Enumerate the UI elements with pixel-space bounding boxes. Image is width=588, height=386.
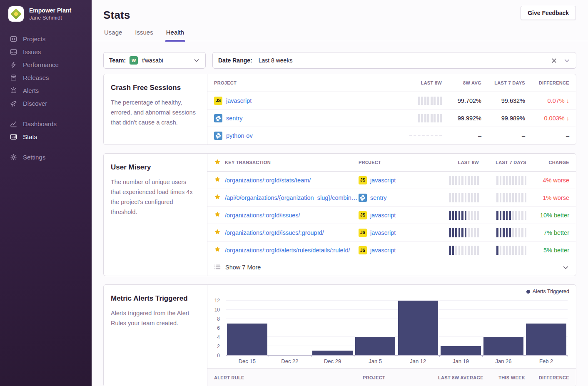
sidebar-item-label: Discover bbox=[23, 100, 47, 107]
column-header: PROJECT bbox=[363, 375, 425, 380]
team-select[interactable]: Team: W #wasabi bbox=[103, 52, 206, 69]
sidebar-nav-group: ProjectsIssuesPerformanceReleasesAlertsD… bbox=[0, 32, 92, 110]
transaction-cell: /organizations/:orgId/stats/team/ bbox=[207, 176, 359, 184]
sidebar-item-projects[interactable]: Projects bbox=[0, 32, 92, 45]
sparkline bbox=[418, 97, 442, 105]
sidebar-item-performance[interactable]: Performance bbox=[0, 58, 92, 71]
spark-cell bbox=[479, 193, 526, 202]
column-header: LAST 7 DAYS bbox=[479, 160, 526, 165]
transaction-cell: /organizations/:orgId/issues/:groupId/ bbox=[207, 229, 359, 237]
tab-issues[interactable]: Issues bbox=[134, 29, 154, 41]
difference-value: – bbox=[525, 132, 576, 139]
show-more-button[interactable]: Show 7 More bbox=[207, 259, 576, 276]
sidebar-item-issues[interactable]: Issues bbox=[0, 45, 92, 58]
project-link[interactable]: sentry bbox=[226, 115, 243, 122]
alerts-icon bbox=[10, 87, 17, 95]
spark-cell bbox=[479, 228, 526, 237]
date-range-select[interactable]: Date Range: Last 8 weeks bbox=[212, 52, 576, 69]
x-axis-tick bbox=[269, 356, 269, 357]
panel-title: User Misery bbox=[111, 163, 196, 172]
transaction-link[interactable]: /organizations/:orgId/issues/ bbox=[225, 212, 300, 219]
last7-value: 99.632% bbox=[481, 97, 525, 104]
transaction-cell: /organizations/:orgId/issues/ bbox=[207, 211, 359, 219]
tab-usage[interactable]: Usage bbox=[103, 29, 123, 41]
column-header-label: KEY TRANSACTION bbox=[225, 160, 271, 165]
clear-date-icon[interactable] bbox=[551, 57, 557, 64]
panel-description: The percentage of healthy, errored, and … bbox=[111, 97, 196, 127]
column-header: LAST 7 DAYS bbox=[481, 80, 525, 85]
column-header: ALERT RULE bbox=[207, 375, 363, 380]
x-axis-tick-label: Jan 5 bbox=[354, 358, 397, 364]
table-row: /organizations/:orgId/issues/:groupId/JS… bbox=[207, 224, 576, 242]
chart-bars bbox=[226, 301, 568, 355]
chart-bar-jan-26 bbox=[483, 337, 523, 355]
chart-bar-slot bbox=[482, 301, 525, 355]
org-switcher[interactable]: Empower Plant Jane Schmidt bbox=[0, 0, 92, 31]
spark-cell bbox=[479, 211, 526, 220]
chevron-down-icon[interactable] bbox=[563, 57, 571, 64]
transaction-link[interactable]: /organizations/:orgId/stats/team/ bbox=[225, 177, 311, 184]
sidebar-item-discover[interactable]: Discover bbox=[0, 97, 92, 110]
transaction-link[interactable]: /organizations/:orgId/alerts/rules/detai… bbox=[225, 247, 350, 254]
chevron-down-icon[interactable] bbox=[193, 57, 200, 64]
give-feedback-button[interactable]: Give Feedback bbox=[521, 6, 576, 20]
table-row: /organizations/:orgId/issues/JSjavascrip… bbox=[207, 207, 576, 224]
sidebar-item-releases[interactable]: Releases bbox=[0, 71, 92, 84]
project-link[interactable]: javascript bbox=[370, 177, 396, 184]
x-axis-tick bbox=[525, 356, 525, 357]
sidebar: Empower Plant Jane Schmidt ProjectsIssue… bbox=[0, 0, 92, 386]
legend-label: Alerts Triggered bbox=[533, 289, 569, 294]
sparkline bbox=[449, 228, 479, 237]
spark-cell bbox=[392, 114, 442, 122]
sidebar-item-dashboards[interactable]: Dashboards bbox=[0, 117, 92, 130]
sidebar-item-settings[interactable]: Settings bbox=[0, 151, 92, 164]
x-axis-tick bbox=[439, 356, 440, 357]
tab-health[interactable]: Health bbox=[165, 29, 185, 41]
x-axis-tick-label: Dec 29 bbox=[311, 358, 354, 364]
org-logo bbox=[8, 6, 24, 22]
tabs-bar: UsageIssuesHealth bbox=[92, 29, 588, 41]
project-link[interactable]: javascript bbox=[370, 212, 396, 219]
chevron-down-icon[interactable] bbox=[562, 264, 569, 271]
column-header: KEY TRANSACTION bbox=[207, 159, 359, 166]
project-link[interactable]: javascript bbox=[226, 97, 252, 104]
table-row: JSjavascript99.702%99.632%0.07% ↓ bbox=[207, 92, 576, 110]
page-header: Stats Give Feedback bbox=[92, 0, 588, 22]
column-header: DIFFERENCE bbox=[525, 375, 576, 380]
spark-cell bbox=[479, 246, 526, 255]
project-cell: JSjavascript bbox=[359, 229, 431, 237]
chart-bar-jan-12 bbox=[398, 301, 438, 355]
main: Stats Give Feedback UsageIssuesHealth Te… bbox=[92, 0, 588, 386]
sidebar-item-stats[interactable]: Stats bbox=[0, 130, 92, 143]
panel-title: Metric Alerts Triggered bbox=[111, 294, 196, 303]
sparkline bbox=[496, 228, 526, 237]
x-axis-tick-label: Dec 15 bbox=[226, 358, 269, 364]
change-value: 1% worse bbox=[526, 194, 576, 201]
transaction-link[interactable]: /organizations/:orgId/issues/:groupId/ bbox=[225, 229, 324, 236]
user-misery-aside: User Misery The number of unique users t… bbox=[104, 154, 207, 276]
project-link[interactable]: javascript bbox=[370, 229, 396, 236]
sidebar-item-alerts[interactable]: Alerts bbox=[0, 84, 92, 97]
sidebar-nav: ProjectsIssuesPerformanceReleasesAlertsD… bbox=[0, 32, 92, 164]
chart-bar-jan-19 bbox=[441, 346, 481, 355]
transaction-link[interactable]: /api/0/organizations/{organization_slug}… bbox=[225, 194, 359, 201]
column-header: THIS WEEK bbox=[483, 375, 525, 380]
project-link[interactable]: python-ov bbox=[226, 132, 253, 139]
project-link[interactable]: javascript bbox=[370, 247, 396, 254]
projects-icon bbox=[10, 35, 17, 43]
panel-title: Crash Free Sessions bbox=[111, 84, 196, 92]
column-header: LAST 8W bbox=[431, 160, 479, 165]
list-icon bbox=[214, 264, 221, 271]
chart-bar-slot bbox=[226, 301, 269, 355]
difference-value: 0.07% ↓ bbox=[525, 97, 576, 104]
project-link[interactable]: sentry bbox=[370, 194, 387, 201]
column-header: CHANGE bbox=[526, 160, 576, 165]
table-row: python-ov––– bbox=[207, 127, 576, 144]
sidebar-item-label: Dashboards bbox=[23, 120, 57, 127]
crash-free-sessions-table: PROJECTLAST 8W8W AVGLAST 7 DAYSDIFFERENC… bbox=[207, 74, 576, 144]
chart-legend[interactable]: Alerts Triggered bbox=[526, 289, 569, 294]
table-row: /api/0/organizations/{organization_slug}… bbox=[207, 189, 576, 207]
x-axis-tick bbox=[311, 356, 311, 357]
project-cell: JSjavascript bbox=[359, 211, 431, 219]
spark-cell bbox=[431, 193, 479, 202]
